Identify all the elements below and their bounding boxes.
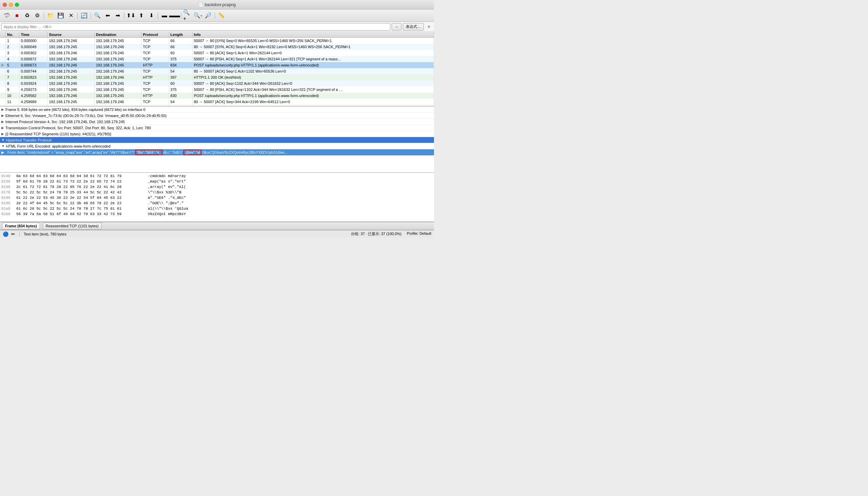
row-arrow: ▶: [0, 62, 6, 68]
cell-time: 4.259689: [19, 99, 47, 105]
zoom-in-icon[interactable]: 🔍+: [183, 11, 193, 20]
window-controls[interactable]: [3, 3, 19, 7]
cell-info: POST /uploads/security.php HTTP/1.1 (app…: [192, 62, 434, 68]
close-button[interactable]: [3, 3, 7, 7]
cell-proto: TCP: [141, 50, 169, 56]
up-icon[interactable]: ⬆: [136, 11, 146, 20]
toolbar-sep3: [91, 12, 91, 19]
resize-icon[interactable]: 📏: [217, 11, 226, 20]
formitem-middle: dEc"."0dE\\": [163, 150, 183, 154]
detail-tcp[interactable]: ▶ Transmission Control Protocol, Src Por…: [0, 125, 434, 131]
detail-form-item[interactable]: ▶ Form item: "cmdcmdcmd" = "array_map("a…: [0, 149, 434, 155]
zoom-reset-icon[interactable]: 🔎: [204, 11, 213, 20]
cell-dst: 192.168.179.245: [94, 38, 141, 44]
minimize-button[interactable]: [9, 3, 13, 7]
cell-info: 80 → 50007 [SYN, ACK] Seq=0 Ack=1 Win=81…: [192, 44, 434, 50]
formitem-suffix: \\$xx('QGluaV9zZXQoImRpc3BsYXlfZXJyb3JzI…: [202, 150, 288, 154]
detail-ip[interactable]: ▶ Internet Protocol Version 4, Src: 192.…: [0, 119, 434, 125]
row-arrow: [0, 74, 6, 80]
hex-row: 01505f 6d 61 70 28 22 61 73 73 22 2e 22 …: [1, 179, 433, 184]
hex-ascii: al(\\"\\$xx 'QGlua: [148, 207, 188, 211]
table-row[interactable]: 114.259689192.168.179.245192.168.179.246…: [0, 99, 434, 105]
close-file-icon[interactable]: ✕: [66, 11, 76, 20]
cell-src: 192.168.179.245: [47, 44, 95, 50]
cell-info: HTTP/1.1 200 OK (text/html): [192, 74, 434, 80]
status-tabs-bar: Frame (834 bytes) Reassembled TCP (1101 …: [0, 222, 434, 230]
table-row[interactable]: 94.259273192.168.179.246192.168.179.245T…: [0, 87, 434, 93]
stop-icon[interactable]: ■: [12, 11, 22, 20]
hex-offset: 0140: [1, 174, 14, 178]
cell-no: 1: [6, 38, 19, 44]
maximize-button[interactable]: [15, 3, 19, 7]
shark-icon[interactable]: 🦈: [2, 11, 12, 20]
packet-list[interactable]: No. Time Source Destination Protocol Len…: [0, 32, 434, 107]
filter-arrow-button[interactable]: →: [391, 23, 401, 31]
cell-time: 0.000000: [19, 38, 47, 44]
filter-input[interactable]: [1, 23, 390, 31]
hex-row: 01a061 6c 28 5c 5c 22 5c 5c 24 78 78 27 …: [1, 206, 433, 211]
cell-info: 50007 → 80 [ACK] Seq=1 Ack=1 Win=262144 …: [192, 50, 434, 56]
cell-len: 66: [169, 44, 192, 50]
packet-table: No. Time Source Destination Protocol Len…: [0, 32, 434, 107]
col-no: No.: [6, 32, 19, 38]
settings-icon[interactable]: ⚙: [33, 11, 42, 20]
save-icon[interactable]: 💾: [56, 11, 65, 20]
table-row[interactable]: 10.000000192.168.179.246192.168.179.245T…: [0, 38, 434, 44]
colorize-icon[interactable]: ▬: [160, 11, 169, 20]
row-arrow: [0, 87, 6, 93]
cell-no: 2: [6, 44, 19, 50]
table-row[interactable]: 30.000302192.168.179.246192.168.179.245T…: [0, 50, 434, 56]
table-header: No. Time Source Destination Protocol Len…: [0, 32, 434, 38]
expand-ip-icon: ▶: [1, 120, 4, 124]
hex-row: 01b056 39 7a 5a 58 51 6f 49 6d 52 70 63 …: [1, 211, 433, 217]
hex-bytes: 61 6c 28 5c 5c 22 5c 5c 24 78 78 27 7c 7…: [16, 207, 145, 211]
detail-form-url[interactable]: ▼ HTML Form URL Encoded: application/x-w…: [0, 143, 434, 149]
back-icon[interactable]: ⬅: [103, 11, 112, 20]
detail-ethernet[interactable]: ▶ Ethernet II, Src: Vmware_7c:73:6c (00:…: [0, 113, 434, 119]
detail-frame[interactable]: ▶ Frame 5: 834 bytes on wire (6672 bits)…: [0, 107, 434, 113]
find-icon[interactable]: 🔍: [93, 11, 102, 20]
table-row[interactable]: 60.000744192.168.179.245192.168.179.246T…: [0, 68, 434, 74]
table-row[interactable]: 70.002823192.168.179.245192.168.179.246H…: [0, 74, 434, 80]
jump-icon[interactable]: ⬆⬇: [126, 11, 135, 20]
reassembled-tab[interactable]: Reassembled TCP (1101 bytes): [43, 222, 102, 229]
hex-bytes: 61 22 2e 22 53 45 36 22 2e 22 34 5f 64 4…: [16, 196, 145, 200]
hex-ascii: \"\\$xx %3D\\"B: [148, 190, 181, 195]
table-row[interactable]: 20.000049192.168.179.245192.168.179.246T…: [0, 44, 434, 50]
cell-dst: 192.168.179.245: [94, 56, 141, 62]
cell-len: 397: [169, 74, 192, 80]
prefs-icon[interactable]: ▬▬: [170, 11, 179, 20]
expression-button[interactable]: 表达式…: [403, 23, 424, 31]
cell-time: 0.002823: [19, 74, 47, 80]
cell-src: 192.168.179.246: [47, 93, 95, 99]
table-row[interactable]: ▶50.000673192.168.179.246192.168.179.245…: [0, 62, 434, 68]
cell-info: POST /uploads/security.php HTTP/1.1 (app…: [192, 93, 434, 99]
detail-reassembled[interactable]: ▶ [2 Reassembled TCP Segments (1101 byte…: [0, 131, 434, 137]
detail-http[interactable]: ▼ Hypertext Transfer Protocol: [0, 137, 434, 143]
open-icon[interactable]: 📁: [46, 11, 55, 20]
cell-time: 0.000049: [19, 44, 47, 50]
row-arrow: [0, 93, 6, 99]
table-row[interactable]: 80.003924192.168.179.246192.168.179.245T…: [0, 80, 434, 87]
cell-len: 54: [169, 68, 192, 74]
zoom-out-icon[interactable]: 🔍-: [193, 11, 203, 20]
hex-row: 01902e 22 4f 64 45 5c 5c 5c 22 3b 40 65 …: [1, 201, 433, 206]
cell-info: 50007 → 80 [SYN] Seq=0 Win=65535 Len=0 M…: [192, 38, 434, 44]
frame-tab[interactable]: Frame (834 bytes): [2, 222, 40, 229]
restart-icon[interactable]: ♻: [22, 11, 32, 20]
cell-proto: HTTP: [141, 62, 169, 68]
hex-bytes: 5f 6d 61 70 28 22 61 73 73 22 2e 22 65 7…: [16, 180, 145, 184]
reload-icon[interactable]: 🔄: [79, 11, 89, 20]
cell-time: 0.000672: [19, 56, 47, 62]
col-destination: Destination: [94, 32, 141, 38]
cell-dst: 192.168.179.246: [94, 74, 141, 80]
forward-icon[interactable]: ➡: [113, 11, 123, 20]
table-row[interactable]: 104.259582192.168.179.246192.168.179.245…: [0, 93, 434, 99]
cell-dst: 192.168.179.245: [94, 87, 141, 93]
table-row[interactable]: 40.000672192.168.179.246192.168.179.245T…: [0, 56, 434, 62]
down-icon[interactable]: ⬇: [146, 11, 156, 20]
add-filter-button[interactable]: +: [425, 23, 433, 31]
formitem-prefix: Form item: "cmdcmdcmd" = "array_map("ass…: [5, 150, 135, 154]
cell-dst: 192.168.179.245: [94, 62, 141, 68]
cell-src: 192.168.179.246: [47, 56, 95, 62]
